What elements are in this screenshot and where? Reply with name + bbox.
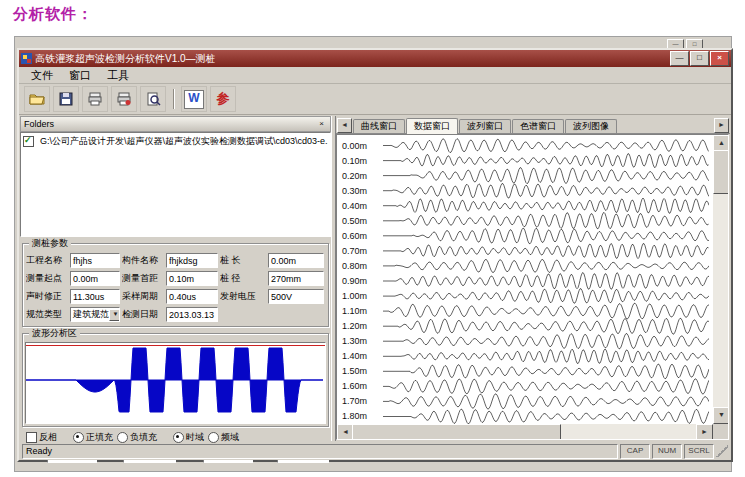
- maximize-icon: □: [697, 53, 702, 62]
- param-value[interactable]: 0.10m: [166, 271, 218, 286]
- param-value-text: 0.00m: [73, 274, 98, 284]
- folder-item[interactable]: G:\公司产品设计开发\超声仪器\超声波仪实验检测数据调试\cd03\cd03-…: [23, 135, 328, 148]
- waveform-trace: [383, 198, 709, 213]
- param-value-text: 0.40us: [169, 292, 196, 302]
- depth-label: 1.80m: [342, 411, 367, 421]
- depth-label: 1.20m: [342, 321, 367, 331]
- depth-label: 0.20m: [342, 171, 367, 181]
- param-label: 桩 径: [220, 272, 266, 285]
- outer-window: — □ 高铁灌浆超声波检测分析软件V1.0—测桩 — □ × 文件 窗口 工具: [14, 36, 732, 472]
- window-controls: — □ ×: [670, 51, 729, 66]
- checkbox-icon: [26, 432, 37, 443]
- tab-item[interactable]: 波列图像: [565, 119, 617, 133]
- params-button[interactable]: 参: [210, 86, 236, 112]
- vertical-scroll-thumb[interactable]: [713, 150, 729, 194]
- param-value[interactable]: 2013.03.13: [166, 307, 218, 322]
- status-indicators: CAPNUMSCRL: [620, 444, 714, 459]
- tab-item[interactable]: 波列窗口: [459, 119, 511, 133]
- page-heading: 分析软件：: [13, 5, 93, 24]
- print-button[interactable]: [82, 86, 108, 112]
- print-preview-button[interactable]: [140, 86, 166, 112]
- folder-open-icon: [29, 91, 45, 107]
- param-value[interactable]: fhjhs: [70, 253, 120, 268]
- statusbar: Ready CAPNUMSCRL: [19, 442, 731, 460]
- status-indicator: NUM: [652, 444, 682, 459]
- waveform-trace: [383, 154, 709, 168]
- param-value-text: 2013.03.13: [169, 310, 214, 320]
- save-button[interactable]: [53, 86, 79, 112]
- horizontal-scrollbar[interactable]: ◄ ►: [337, 424, 713, 439]
- waveform-trace: [383, 334, 709, 349]
- minimize-button[interactable]: —: [670, 51, 689, 66]
- param-value[interactable]: 500V: [268, 289, 324, 304]
- vertical-scrollbar[interactable]: ▲ ▼: [713, 135, 728, 424]
- folders-list[interactable]: G:\公司产品设计开发\超声仪器\超声波仪实验检测数据调试\cd03\cd03-…: [20, 132, 331, 237]
- horizontal-scroll-thumb[interactable]: [352, 424, 561, 440]
- titlebar[interactable]: 高铁灌浆超声波检测分析软件V1.0—测桩 — □ ×: [19, 50, 731, 67]
- param-label: 发射电压: [220, 290, 266, 303]
- printer-settings-icon: [116, 91, 132, 107]
- param-label: 测量起点: [26, 272, 68, 285]
- param-label: 测量首距: [122, 272, 164, 285]
- menu-tools[interactable]: 工具: [99, 67, 137, 84]
- depth-label: 0.10m: [342, 156, 367, 166]
- tab-item[interactable]: 曲线窗口: [353, 119, 405, 133]
- param-value-text: 0.00m: [271, 256, 296, 266]
- depth-label: 1.70m: [342, 396, 367, 406]
- main-area: Folders × G:\公司产品设计开发\超声仪器\超声波仪实验检测数据调试\…: [19, 115, 731, 442]
- open-button[interactable]: [24, 86, 50, 112]
- depth-label-column: 0.00m0.10m0.20m0.30m0.40m0.50m0.60m0.70m…: [340, 138, 382, 420]
- menu-file[interactable]: 文件: [23, 67, 61, 84]
- radio-icon: [173, 432, 184, 443]
- tab-item[interactable]: 色谱窗口: [512, 119, 564, 133]
- param-label: 声时修正: [26, 290, 68, 303]
- param-value[interactable]: 0.00m: [268, 253, 324, 268]
- param-value[interactable]: 0.40us: [166, 289, 218, 304]
- param-value[interactable]: 270mm: [268, 271, 324, 286]
- param-value-text: 0.10m: [169, 274, 194, 284]
- tab-item[interactable]: 数据窗口: [406, 118, 458, 134]
- param-value[interactable]: 0.00m: [70, 271, 120, 286]
- waveform-trace: [383, 303, 709, 319]
- print-preview-icon: [145, 91, 161, 107]
- folder-checkbox[interactable]: [23, 136, 34, 147]
- dropdown-arrow-icon[interactable]: ▼: [109, 309, 120, 321]
- close-icon: ×: [717, 53, 722, 62]
- floppy-icon: [58, 91, 74, 107]
- scroll-down-button[interactable]: ▼: [713, 407, 729, 424]
- folders-close-button[interactable]: ×: [316, 119, 327, 130]
- resize-grip[interactable]: [716, 445, 728, 457]
- toolbar-separator: [173, 89, 174, 109]
- depth-label: 0.40m: [342, 201, 367, 211]
- toolbar: W 参: [19, 84, 731, 115]
- param-value[interactable]: 建筑规范▼: [70, 307, 120, 322]
- param-value[interactable]: 11.30us: [70, 289, 120, 304]
- params-grid: 工程名称fhjhs构件名称fhjkdsg桩 长0.00m测量起点0.00m测量首…: [23, 244, 328, 326]
- print-setup-button[interactable]: [111, 86, 137, 112]
- waveform-trace: [383, 273, 709, 290]
- radio-icon: [73, 432, 84, 443]
- status-indicator: SCRL: [684, 444, 714, 459]
- depth-label: 0.30m: [342, 186, 367, 196]
- param-value-text: fhjkdsg: [169, 256, 198, 266]
- marker-line: [26, 345, 325, 346]
- app-window: 高铁灌浆超声波检测分析软件V1.0—测桩 — □ × 文件 窗口 工具: [17, 48, 733, 462]
- minimize-icon: —: [673, 41, 679, 47]
- param-value[interactable]: fhjkdsg: [166, 253, 218, 268]
- param-label: 采样周期: [122, 290, 164, 303]
- tabbar: ◄ 曲线窗口数据窗口波列窗口色谱窗口波列图像 ►: [336, 116, 730, 134]
- app-icon: [21, 53, 32, 64]
- status-message: Ready: [22, 444, 618, 459]
- menubar: 文件 窗口 工具: [19, 67, 731, 84]
- close-button[interactable]: ×: [710, 51, 729, 66]
- waveform-trace: [383, 259, 709, 272]
- params-group: 测桩参数 工程名称fhjhs构件名称fhjkdsg桩 长0.00m测量起点0.0…: [22, 243, 329, 327]
- scroll-right-button[interactable]: ►: [696, 424, 713, 440]
- depth-label: 0.80m: [342, 261, 367, 271]
- word-report-button[interactable]: W: [181, 86, 207, 112]
- tab-scroll-right-button[interactable]: ►: [714, 118, 729, 133]
- menu-window[interactable]: 窗口: [61, 67, 99, 84]
- tab-scroll-left-button[interactable]: ◄: [337, 118, 352, 133]
- printer-icon: [87, 91, 103, 107]
- maximize-button[interactable]: □: [690, 51, 709, 66]
